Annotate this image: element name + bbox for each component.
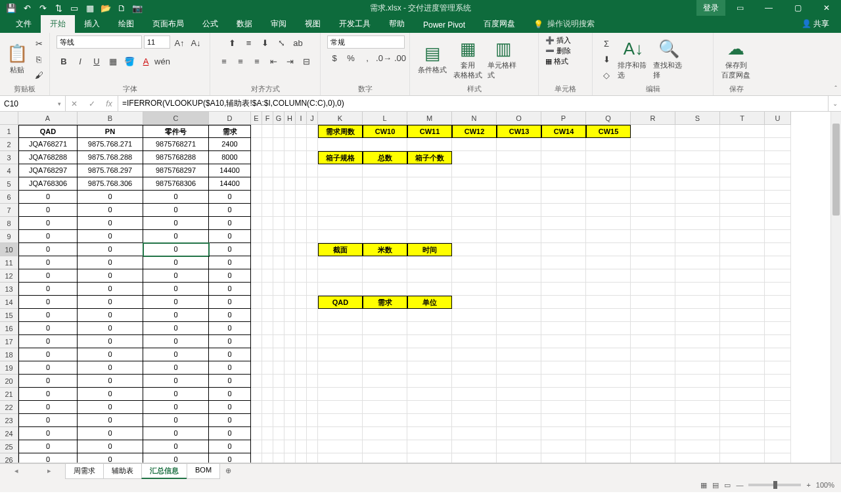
cell-B17[interactable]: 0 (78, 335, 143, 348)
cell-N14[interactable] (452, 296, 497, 309)
ribbon-tab-Power Pivot[interactable]: Power Pivot (414, 17, 474, 33)
expand-formula-icon[interactable]: ⌄ (828, 96, 841, 111)
cell-O4[interactable] (497, 164, 541, 177)
cell-T13[interactable] (720, 283, 765, 296)
fill-icon[interactable]: ⬇ (599, 52, 614, 66)
cell-M9[interactable] (407, 230, 452, 243)
cell-D17[interactable]: 0 (209, 335, 251, 348)
col-header-J[interactable]: J (307, 112, 318, 125)
cell-P7[interactable] (541, 204, 586, 217)
cell-M17[interactable] (407, 335, 452, 348)
cell-A1[interactable]: QAD (18, 125, 78, 138)
cell-H11[interactable] (284, 256, 296, 269)
cell-M12[interactable] (407, 269, 452, 283)
redo-icon[interactable]: ↷ (35, 1, 50, 14)
cell-H18[interactable] (284, 348, 296, 361)
align-middle-icon[interactable]: ≡ (242, 35, 256, 50)
cell-G12[interactable] (273, 269, 284, 283)
cell-T4[interactable] (720, 164, 765, 177)
cell-H25[interactable] (284, 440, 296, 453)
cell-S17[interactable] (675, 335, 720, 348)
cell-U7[interactable] (765, 204, 791, 217)
col-header-O[interactable]: O (497, 112, 541, 125)
cell-L25[interactable] (363, 440, 407, 453)
cell-N4[interactable] (452, 164, 497, 177)
cell-M18[interactable] (407, 348, 452, 361)
col-header-P[interactable]: P (541, 112, 586, 125)
cell-H21[interactable] (284, 388, 296, 401)
cell-K20[interactable] (318, 375, 363, 388)
cell-R8[interactable] (631, 217, 675, 230)
cell-M3[interactable]: 箱子个数 (407, 151, 452, 164)
cell-M2[interactable] (407, 138, 452, 151)
cell-T11[interactable] (720, 256, 765, 269)
cell-R3[interactable] (631, 151, 675, 164)
orientation-icon[interactable]: ⤡ (275, 35, 289, 50)
cell-H6[interactable] (284, 191, 296, 204)
cell-P8[interactable] (541, 217, 586, 230)
cell-T8[interactable] (720, 217, 765, 230)
cell-N7[interactable] (452, 204, 497, 217)
cell-I21[interactable] (296, 388, 307, 401)
cell-O10[interactable] (497, 243, 541, 256)
cell-L19[interactable] (363, 361, 407, 375)
cell-S11[interactable] (675, 256, 720, 269)
cell-P4[interactable] (541, 164, 586, 177)
cell-Q3[interactable] (586, 151, 631, 164)
cell-J22[interactable] (307, 401, 318, 414)
cell-C13[interactable]: 0 (143, 283, 209, 296)
decrease-font-icon[interactable]: A↓ (189, 35, 203, 50)
share-button[interactable]: 👤 共享 (802, 18, 829, 33)
cell-Q21[interactable] (586, 388, 631, 401)
cell-P18[interactable] (541, 348, 586, 361)
cell-U6[interactable] (765, 191, 791, 204)
cell-G17[interactable] (273, 335, 284, 348)
cell-J14[interactable] (307, 296, 318, 309)
cell-T7[interactable] (720, 204, 765, 217)
cell-R5[interactable] (631, 177, 675, 191)
cell-N21[interactable] (452, 388, 497, 401)
cell-E24[interactable] (251, 427, 262, 440)
cell-I1[interactable] (296, 125, 307, 138)
cell-H24[interactable] (284, 427, 296, 440)
cell-N19[interactable] (452, 361, 497, 375)
cell-O24[interactable] (497, 427, 541, 440)
cell-Q15[interactable] (586, 309, 631, 322)
cell-S13[interactable] (675, 283, 720, 296)
cell-E7[interactable] (251, 204, 262, 217)
zoom-level[interactable]: 100% (816, 481, 834, 489)
copy-icon[interactable]: ⎘ (32, 52, 46, 66)
sheet-tab-汇总信息[interactable]: 汇总信息 (141, 463, 187, 479)
row-header-17[interactable]: 17 (0, 335, 18, 348)
sheet-tab-辅助表[interactable]: 辅助表 (103, 463, 142, 479)
cell-K24[interactable] (318, 427, 363, 440)
col-header-U[interactable]: U (765, 112, 791, 125)
cell-F8[interactable] (262, 217, 273, 230)
view-normal-icon[interactable]: ▦ (700, 481, 707, 490)
cell-R25[interactable] (631, 440, 675, 453)
row-header-9[interactable]: 9 (0, 230, 18, 243)
row-header-8[interactable]: 8 (0, 217, 18, 230)
cell-N26[interactable] (452, 453, 497, 463)
italic-icon[interactable]: I (73, 54, 87, 68)
cell-S22[interactable] (675, 401, 720, 414)
cell-Q2[interactable] (586, 138, 631, 151)
cell-F11[interactable] (262, 256, 273, 269)
cell-H7[interactable] (284, 204, 296, 217)
cell-T23[interactable] (720, 414, 765, 427)
cell-I19[interactable] (296, 361, 307, 375)
cell-D16[interactable]: 0 (209, 322, 251, 335)
format-cells-button[interactable]: ▦格式 (545, 57, 568, 66)
cell-E4[interactable] (251, 164, 262, 177)
cell-P22[interactable] (541, 401, 586, 414)
align-top-icon[interactable]: ⬆ (225, 35, 240, 50)
cell-E1[interactable] (251, 125, 262, 138)
cell-Q5[interactable] (586, 177, 631, 191)
cell-P19[interactable] (541, 361, 586, 375)
cell-A10[interactable]: 0 (18, 243, 78, 256)
cell-A23[interactable]: 0 (18, 414, 78, 427)
cell-N3[interactable] (452, 151, 497, 164)
cell-A22[interactable]: 0 (18, 401, 78, 414)
cell-Q22[interactable] (586, 401, 631, 414)
cell-P21[interactable] (541, 388, 586, 401)
